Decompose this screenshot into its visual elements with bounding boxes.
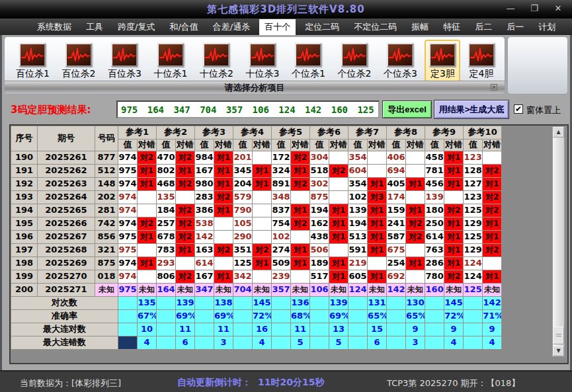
- cell-issue[interactable]: 2025269: [38, 257, 95, 270]
- cell-issue[interactable]: 2025263: [38, 178, 95, 191]
- cell-mark[interactable]: 对2: [214, 244, 233, 257]
- cell-number[interactable]: 742: [95, 217, 118, 231]
- cell-value[interactable]: 125: [464, 231, 483, 244]
- close-icon[interactable]: ✕: [552, 3, 564, 14]
- cell-mark[interactable]: 对1: [329, 257, 348, 270]
- maximize-icon[interactable]: ❐: [528, 3, 540, 14]
- cell-mark[interactable]: [368, 257, 387, 270]
- vertical-scrollbar[interactable]: ▲ ▼: [552, 126, 565, 357]
- menu-item-12[interactable]: 后一: [501, 19, 529, 35]
- cell-mark[interactable]: 对1: [214, 204, 233, 217]
- summary-value-cell[interactable]: 69%: [176, 310, 195, 323]
- summary-value-cell[interactable]: 65%: [368, 310, 387, 323]
- summary-value-cell[interactable]: 9: [483, 323, 502, 336]
- menu-item-6[interactable]: 百十个: [259, 19, 296, 35]
- cell-issue[interactable]: 2025270: [38, 270, 95, 284]
- cell-mark[interactable]: 对1: [406, 178, 425, 191]
- cell-value[interactable]: 160: [425, 284, 444, 297]
- cell-value[interactable]: 517: [310, 270, 329, 284]
- cell-value[interactable]: 219: [348, 257, 368, 270]
- cell-value[interactable]: 405: [387, 178, 406, 191]
- summary-value-cell[interactable]: 138: [214, 297, 233, 310]
- cell-mark[interactable]: 对2: [483, 244, 502, 257]
- cell-value[interactable]: 438: [310, 231, 329, 244]
- cell-value[interactable]: 204: [233, 178, 253, 191]
- cell-value[interactable]: 135: [157, 191, 176, 204]
- summary-spacer-cell[interactable]: [272, 297, 291, 310]
- cell-mark[interactable]: 对2: [176, 151, 195, 165]
- cell-value[interactable]: 790: [233, 204, 253, 217]
- cell-mark[interactable]: 对1: [291, 165, 310, 178]
- cell-mark[interactable]: 对1: [176, 244, 195, 257]
- summary-value-cell[interactable]: 65%: [406, 310, 425, 323]
- cell-mark[interactable]: 对1: [368, 204, 387, 217]
- cell-seq[interactable]: 199: [11, 270, 38, 284]
- cell-value[interactable]: 124: [464, 270, 483, 284]
- cell-mark[interactable]: [329, 151, 348, 165]
- cell-mark[interactable]: 未知: [406, 284, 425, 297]
- summary-spacer-cell[interactable]: [425, 323, 444, 336]
- summary-spacer-cell[interactable]: [195, 310, 214, 323]
- summary-spacer-cell[interactable]: [157, 310, 176, 323]
- summary-value-cell[interactable]: 69%: [214, 310, 233, 323]
- summary-value-cell[interactable]: 68%: [291, 310, 310, 323]
- cell-mark[interactable]: [138, 244, 157, 257]
- tool-button-百位杀1[interactable]: 百位杀1: [11, 40, 54, 82]
- cell-issue[interactable]: 2025265: [38, 204, 95, 217]
- cell-mark[interactable]: [176, 191, 195, 204]
- cell-value[interactable]: 354: [348, 151, 368, 165]
- summary-spacer-cell[interactable]: [310, 310, 329, 323]
- cell-mark[interactable]: [406, 244, 425, 257]
- cell-mark[interactable]: [253, 151, 272, 165]
- summary-spacer-cell[interactable]: [348, 310, 368, 323]
- summary-value-cell[interactable]: 145: [444, 297, 464, 310]
- cell-value[interactable]: 806: [157, 270, 176, 284]
- summary-spacer-cell[interactable]: [118, 310, 138, 323]
- cell-value[interactable]: 837: [272, 204, 291, 217]
- cell-number[interactable]: 321: [95, 244, 118, 257]
- summary-value-cell[interactable]: 142: [483, 297, 502, 310]
- cell-mark[interactable]: 对1: [444, 244, 464, 257]
- cell-value[interactable]: 354: [348, 178, 368, 191]
- cell-mark[interactable]: 对1: [368, 178, 387, 191]
- summary-spacer-cell[interactable]: [195, 323, 214, 336]
- cell-mark[interactable]: 对2: [444, 270, 464, 284]
- cell-value[interactable]: 293: [157, 257, 176, 270]
- cell-number[interactable]: 148: [95, 178, 118, 191]
- cell-seq[interactable]: 197: [11, 244, 38, 257]
- summary-spacer-cell[interactable]: [233, 323, 253, 336]
- summary-spacer-cell[interactable]: [157, 336, 176, 350]
- summary-value-cell[interactable]: 6: [368, 336, 387, 350]
- cell-value[interactable]: 180: [425, 204, 444, 217]
- cell-value[interactable]: 704: [233, 284, 253, 297]
- cell-issue[interactable]: 2025271: [38, 284, 95, 297]
- summary-spacer-cell[interactable]: [157, 297, 176, 310]
- cell-mark[interactable]: [138, 204, 157, 217]
- minimize-icon[interactable]: —: [505, 3, 516, 14]
- cell-value[interactable]: 125: [233, 257, 253, 270]
- cell-value[interactable]: 142: [387, 284, 406, 297]
- cell-value[interactable]: 458: [425, 151, 444, 165]
- cell-mark[interactable]: 对1: [291, 244, 310, 257]
- summary-spacer-cell[interactable]: [272, 336, 291, 350]
- cell-value[interactable]: 406: [387, 151, 406, 165]
- cell-mark[interactable]: 对1: [138, 178, 157, 191]
- cell-value[interactable]: 184: [157, 204, 176, 217]
- summary-value-cell[interactable]: 3: [214, 336, 233, 350]
- menu-item-3[interactable]: 跨度/复式: [112, 19, 160, 35]
- cell-value[interactable]: 974: [118, 257, 138, 270]
- cell-mark[interactable]: 对1: [444, 217, 464, 231]
- cell-value[interactable]: 357: [272, 284, 291, 297]
- cell-value[interactable]: 456: [425, 178, 444, 191]
- summary-spacer-cell[interactable]: [387, 323, 406, 336]
- cell-issue[interactable]: 2025268: [38, 244, 95, 257]
- cell-value[interactable]: 129: [464, 217, 483, 231]
- summary-spacer-cell[interactable]: [233, 336, 253, 350]
- cell-mark[interactable]: 对1: [483, 217, 502, 231]
- cell-value[interactable]: 975: [118, 231, 138, 244]
- cell-mark[interactable]: [138, 191, 157, 204]
- cell-value[interactable]: 159: [387, 204, 406, 217]
- summary-spacer-cell[interactable]: [310, 323, 329, 336]
- cell-mark[interactable]: 对2: [406, 217, 425, 231]
- summary-value-cell[interactable]: 4: [444, 336, 464, 350]
